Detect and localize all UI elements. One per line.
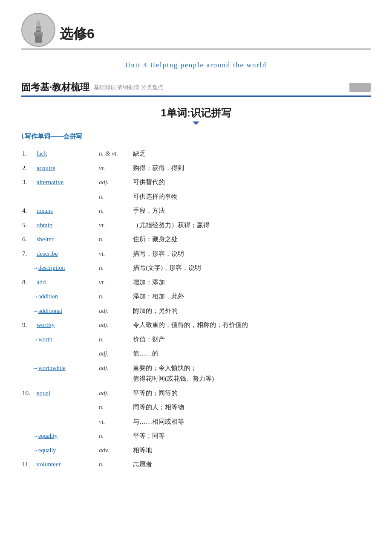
word-pos: n.: [98, 232, 132, 247]
word-def: 令人敬重的；值得的，相称的；有价值的: [132, 318, 371, 332]
deriv-def: 描写(文字)，形容，说明: [132, 261, 371, 275]
table-row: 10. equaladj.平等的；同等的: [21, 386, 371, 401]
table-row: →descriptionn.描写(文字)，形容，说明: [21, 261, 371, 275]
table-row: →additionn.添加；相加，此外: [21, 289, 371, 304]
word-def: 手段，方法: [132, 204, 371, 218]
table-row: 1. lackn. & vt.缺乏: [21, 147, 371, 161]
deriv-def: 值……的: [132, 347, 371, 361]
header-divider: [21, 49, 371, 49]
logo-image: [21, 13, 55, 47]
word-pos: n. & vt.: [98, 147, 132, 161]
table-row: 11. volunteern.志愿者: [21, 457, 371, 472]
word-number: 3.: [22, 177, 35, 188]
deriv-link[interactable]: equality: [38, 433, 58, 439]
vocab-heading: 1单词:识记拼写: [21, 106, 371, 120]
deriv-pos: n.: [98, 429, 132, 443]
deriv-link[interactable]: description: [38, 265, 65, 271]
word-link[interactable]: acquire: [37, 165, 55, 171]
table-row: 9. worthyadj.令人敬重的；值得的，相称的；有价值的: [21, 318, 371, 332]
word-link[interactable]: volunteer: [37, 461, 61, 468]
svg-rect-5: [37, 19, 39, 22]
word-link[interactable]: alternative: [37, 179, 63, 185]
deriv-def: 与……相同或相等: [132, 415, 371, 429]
table-row: 8. addvt.增加；添加: [21, 275, 371, 290]
word-link[interactable]: describe: [37, 250, 58, 257]
word-number: 8.: [22, 277, 35, 288]
table-row: n.可供选择的事物: [21, 190, 371, 204]
deriv-pos: vt.: [98, 415, 132, 429]
deriv-pos: adj.: [98, 304, 132, 318]
word-def: 住所；藏身之处: [132, 232, 371, 247]
word-pos: n.: [98, 204, 132, 218]
word-def: 缺乏: [132, 147, 371, 161]
deriv-prefix: →: [32, 293, 38, 300]
unit-title: Unit 4 Helping people around the world: [21, 61, 371, 69]
deriv-word-cell: [21, 400, 98, 415]
word-number: 4.: [22, 205, 35, 217]
word-link[interactable]: shelter: [37, 236, 54, 243]
word-def: 志愿者: [132, 457, 371, 472]
deriv-prefix: →: [32, 447, 38, 454]
word-number: 7.: [22, 249, 35, 260]
table-row: →worthwhileadj.重要的；令人愉快的； 值得花时间(或花钱、努力等): [21, 361, 371, 386]
svg-rect-1: [35, 35, 42, 43]
word-number: 2.: [22, 163, 35, 174]
word-number: 1.: [22, 148, 35, 159]
word-def: 平等的；同等的: [132, 386, 371, 401]
vocab-heading-underline: [21, 121, 371, 125]
word-def: （尤指经努力）获得；赢得: [132, 218, 371, 233]
banner-main-text: 固考基·教材梳理: [21, 81, 89, 94]
deriv-word-cell: [21, 347, 98, 361]
deriv-link[interactable]: additional: [38, 308, 62, 314]
deriv-word-cell: →worthwhile: [21, 361, 98, 386]
deriv-def: 附加的；另外的: [132, 304, 371, 318]
book-title: 选修6: [60, 25, 95, 47]
word-link[interactable]: means: [37, 207, 53, 214]
word-pos: adj.: [98, 386, 132, 401]
word-number: 6.: [22, 234, 35, 245]
deriv-def: 价值；财产: [132, 332, 371, 347]
table-row: adj.值……的: [21, 347, 371, 361]
deriv-def: 添加；相加，此外: [132, 289, 371, 304]
word-number: 10.: [22, 388, 35, 399]
word-link[interactable]: obtain: [37, 222, 53, 228]
deriv-prefix: →: [32, 433, 38, 439]
deriv-pos: n.: [98, 332, 132, 347]
deriv-word-cell: →addition: [21, 289, 98, 304]
word-number: 9.: [22, 320, 35, 331]
table-row: vt.与……相同或相等: [21, 415, 371, 429]
deriv-def: 相等地: [132, 443, 371, 458]
deriv-def: 同等的人；相等物: [132, 400, 371, 415]
table-row: 5. obtainvt.（尤指经努力）获得；赢得: [21, 218, 371, 233]
deriv-link[interactable]: addition: [38, 293, 58, 300]
table-row: →equalityn.平等；同等: [21, 429, 371, 443]
deriv-word-cell: [21, 415, 98, 429]
word-link[interactable]: lack: [37, 150, 47, 157]
word-link[interactable]: worthy: [37, 321, 55, 328]
sub-heading: Ⅰ.写作单词——会拼写: [21, 133, 371, 141]
word-pos: adj.: [98, 175, 132, 190]
deriv-link[interactable]: equally: [38, 447, 56, 454]
deriv-def: 平等；同等: [132, 429, 371, 443]
banner-decoration: [349, 83, 371, 92]
word-def: 可供替代的: [132, 175, 371, 190]
deriv-link[interactable]: worth: [38, 336, 52, 343]
deriv-word-cell: →worth: [21, 332, 98, 347]
deriv-link[interactable]: worthwhile: [38, 365, 66, 371]
deriv-word-cell: →equally: [21, 443, 98, 458]
header-section: 选修6: [21, 13, 371, 47]
word-link[interactable]: add: [37, 279, 46, 286]
table-row: 4. meansn.手段，方法: [21, 204, 371, 218]
deriv-prefix: →: [32, 265, 38, 271]
word-number: 5.: [22, 220, 35, 231]
table-row: 3. alternativeadj.可供替代的: [21, 175, 371, 190]
table-row: →worthn.价值；财产: [21, 332, 371, 347]
deriv-word-cell: [21, 190, 98, 204]
banner-sub-text: 基础知识 依纲据情 分类盘点: [94, 84, 163, 91]
deriv-pos: n.: [98, 289, 132, 304]
table-row: 7. describevt.描写，形容，说明: [21, 247, 371, 261]
deriv-prefix: →: [32, 308, 38, 314]
word-link[interactable]: equal: [37, 390, 50, 396]
word-pos: n.: [98, 457, 132, 472]
deriv-word-cell: →equality: [21, 429, 98, 443]
